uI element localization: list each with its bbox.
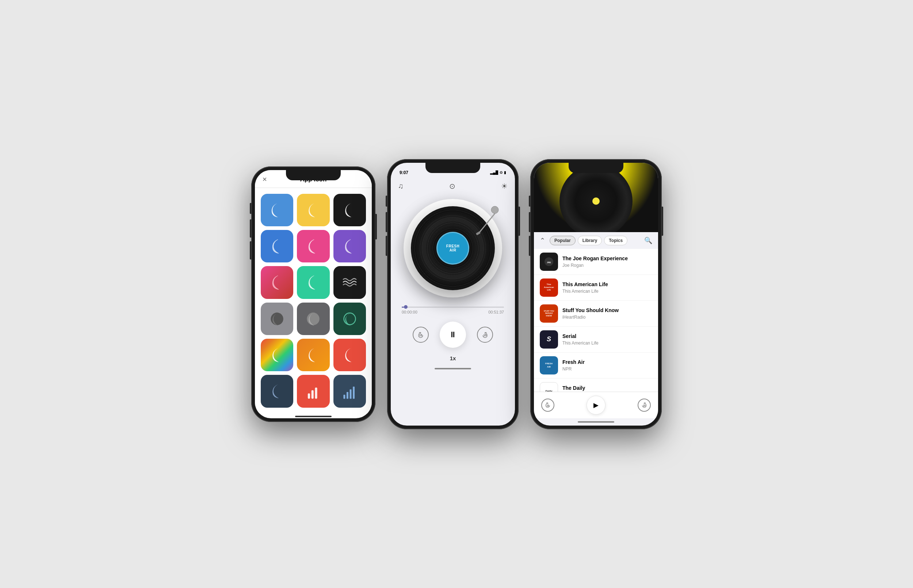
mini-skip-back[interactable]: 15 [541,399,554,412]
queue-icon[interactable]: ♫ [398,182,403,190]
vinyl-container: FRESH AIR [391,194,515,299]
pause-button[interactable]: ⏸ [440,321,466,348]
svg-rect-4 [311,390,314,399]
tonearm [471,204,500,242]
podcast-list: JRE The Joe Rogan Experience Joe Rogan T… [534,249,658,392]
side-button-power-3 [662,207,663,236]
album-disc [560,165,633,232]
side-button-vol-down [250,241,251,260]
podcast-author: NPR [562,367,652,372]
icon-black-moon[interactable] [333,194,366,226]
phone-3-notch [568,163,623,173]
current-time: 00:00:00 [402,310,418,314]
player-controls: 15 ⏸ 15 [391,314,515,355]
vinyl-label-line2: AIR [450,248,456,252]
svg-point-10 [491,206,499,213]
icon-pink-moon[interactable] [297,230,329,262]
podcast-name: This American Life [562,281,652,288]
status-time: 9:07 [400,170,408,175]
airplay-icon[interactable]: ⊙ [449,182,455,191]
podcast-info-tal: This American Life This American Life [562,281,652,294]
status-icons: ▂▄█ ⊙ ▮ [490,170,506,174]
svg-text:15: 15 [643,404,646,407]
icon-purple-moon[interactable] [333,230,366,262]
phone-1: ✕ App Icon [251,166,376,422]
podcast-info-sysk: Stuff You Should Know iHeartRadio [562,307,652,319]
podcast-author: iHeartRadio [562,315,652,320]
mini-skip-forward[interactable]: 15 [638,399,651,412]
podcast-info-serial: Serial This American Life [562,333,652,345]
list-item[interactable]: STUFF YOUSHOULDKNOW Stuff You Should Kno… [534,301,658,327]
icon-dark-bars[interactable] [333,375,366,407]
icon-darkteal-moon[interactable] [333,302,366,335]
skip-forward-button[interactable]: 15 [477,327,493,343]
progress-handle[interactable] [404,305,408,309]
list-item[interactable]: Daily The Daily The New York Times [534,378,658,392]
icon-gray2-moon[interactable] [297,302,329,335]
phone-1-screen: ✕ App Icon [255,170,372,418]
icon-grid [255,188,372,414]
phone-2: 9:07 ▂▄█ ⊙ ▮ ♫ ⊙ ☀ [387,159,519,429]
icon-gray-moon[interactable] [261,302,293,335]
list-item[interactable]: JRE The Joe Rogan Experience Joe Rogan [534,249,658,275]
icon-pink2-moon[interactable] [261,266,293,299]
pause-icon: ⏸ [449,330,457,339]
wifi-icon: ⊙ [500,170,502,174]
list-item[interactable]: FRESHAIR Fresh Air NPR [534,352,658,378]
close-button[interactable]: ✕ [262,176,267,183]
svg-rect-7 [346,392,348,399]
podcast-name: Stuff You Should Know [562,307,652,313]
list-item[interactable]: ThisAmericanLife This American Life This… [534,275,658,301]
filter-tab-library[interactable]: Library [578,236,602,245]
podcast-author: Joe Rogan [562,263,652,268]
icon-teal-moon[interactable] [297,266,329,299]
icon-orange-moon[interactable] [297,339,329,371]
svg-rect-3 [308,393,310,399]
total-time: 00:51:37 [488,310,504,314]
collapse-button[interactable]: ⌃ [540,236,545,244]
podcast-name: Fresh Air [562,359,652,365]
player-screen: 9:07 ▂▄█ ⊙ ▮ ♫ ⊙ ☀ [391,163,515,426]
side-button-vol-down-3 [529,236,530,256]
podcast-thumb-freshair: FRESHAIR [540,356,558,375]
side-button-vol-up [250,220,251,237]
brightness-icon[interactable]: ☀ [501,182,508,191]
icon-wave-dark[interactable] [333,266,366,299]
podcast-thumb-serial: S [540,330,558,349]
icon-red-bars[interactable] [297,375,329,407]
phone-1-notch [286,170,341,180]
list-item[interactable]: S Serial This American Life [534,327,658,352]
side-button-power [376,214,377,239]
album-art-top [534,163,658,232]
podcast-thumb-sysk: STUFF YOUSHOULDKNOW [540,304,558,323]
podcast-author: This American Life [562,341,652,346]
side-button-mute [250,203,251,214]
icon-blue2-moon[interactable] [261,230,293,262]
podcast-thumb-daily: Daily [540,382,558,392]
side-button-mute-3 [529,195,530,207]
search-button[interactable]: 🔍 [644,236,652,244]
icon-slate-moon[interactable] [261,375,293,407]
icon-red-moon[interactable] [333,339,366,371]
icon-blue-moon[interactable] [261,194,293,226]
home-indicator-2 [391,365,515,372]
speed-label[interactable]: 1x [391,355,515,365]
time-labels: 00:00:00 00:51:37 [402,310,504,314]
phone-2-screen: 9:07 ▂▄█ ⊙ ▮ ♫ ⊙ ☀ [391,163,515,426]
scene: ✕ App Icon [236,145,677,444]
phone-3-screen: ⌃ Popular Library Topics 🔍 [534,163,658,426]
mini-player: 15 ▶ 15 [534,392,658,418]
progress-bar[interactable] [402,307,504,308]
mini-play-button[interactable]: ▶ [586,396,605,415]
skip-back-button[interactable]: 15 [413,327,429,343]
podcast-author: This American Life [562,289,652,294]
filter-tab-popular[interactable]: Popular [550,236,576,245]
side-button-vol-up-2 [386,212,387,232]
icon-yellow-moon[interactable] [297,194,329,226]
filter-tab-topics[interactable]: Topics [604,236,627,245]
podcast-info-jre: The Joe Rogan Experience Joe Rogan [562,255,652,268]
vinyl-label: FRESH AIR [436,232,469,265]
icon-rainbow-moon[interactable] [261,339,293,371]
side-button-mute-2 [386,195,387,207]
podcast-thumb-tal: ThisAmericanLife [540,278,558,297]
